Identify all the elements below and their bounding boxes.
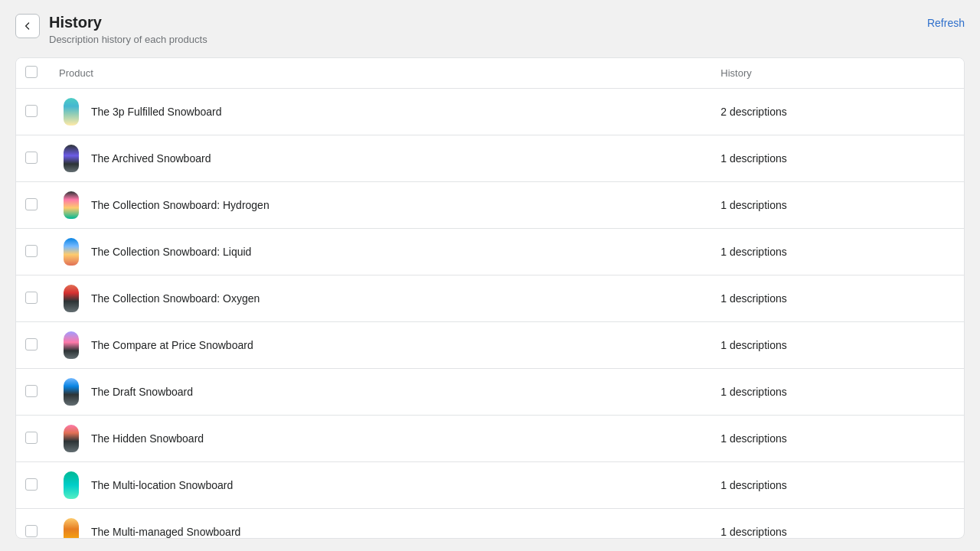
product-name: The Multi-location Snowboard [91,479,233,491]
board-thumbnail [64,518,79,539]
table-row: The 3p Fulfilled Snowboard 2 description… [16,89,964,135]
history-count: 1 descriptions [720,199,786,211]
product-image [59,517,83,539]
row-checkbox[interactable] [25,292,38,304]
history-count: 1 descriptions [720,246,786,258]
board-thumbnail [64,98,79,126]
product-column-header: Product [47,58,708,89]
row-checkbox[interactable] [25,152,38,164]
product-cell: The Collection Snowboard: Oxygen [47,276,708,322]
history-cell: 1 descriptions [708,416,964,462]
product-name: The 3p Fulfilled Snowboard [91,106,221,118]
product-name: The Hidden Snowboard [91,432,204,445]
product-name: The Collection Snowboard: Liquid [91,246,251,258]
product-cell: The 3p Fulfilled Snowboard [47,89,708,135]
row-checkbox[interactable] [25,385,38,397]
product-image [59,470,83,500]
row-checkbox-cell [16,135,47,182]
product-image [59,190,83,220]
table-row: The Archived Snowboard 1 descriptions [16,135,964,182]
history-count: 2 descriptions [720,106,786,118]
product-image [59,96,83,127]
product-cell: The Archived Snowboard [47,135,708,182]
history-count: 1 descriptions [720,432,786,445]
table-container: Product History The 3p Fulfilled Snowboa… [15,57,965,539]
product-image [59,423,83,454]
history-cell: 1 descriptions [708,369,964,416]
product-cell: The Hidden Snowboard [47,416,708,462]
product-name: The Multi-managed Snowboard [91,526,240,538]
product-image [59,283,83,314]
table-row: The Collection Snowboard: Oxygen 1 descr… [16,276,964,322]
table-row: The Compare at Price Snowboard 1 descrip… [16,322,964,369]
table-row: The Draft Snowboard 1 descriptions [16,369,964,416]
page-header: History Description history of each prod… [15,12,965,45]
product-image [59,330,83,360]
row-checkbox-cell [16,416,47,462]
board-thumbnail [64,191,79,219]
board-thumbnail [64,425,79,452]
select-all-checkbox[interactable] [25,66,38,78]
product-cell: The Draft Snowboard [47,369,708,416]
products-table: Product History The 3p Fulfilled Snowboa… [16,58,964,539]
history-count: 1 descriptions [720,292,786,305]
product-name: The Draft Snowboard [91,386,193,398]
product-name: The Compare at Price Snowboard [91,339,253,351]
board-thumbnail [64,238,79,266]
history-cell: 1 descriptions [708,182,964,229]
board-thumbnail [64,145,79,172]
row-checkbox[interactable] [25,338,38,350]
row-checkbox-cell [16,369,47,416]
row-checkbox-cell [16,276,47,322]
product-cell: The Multi-location Snowboard [47,462,708,509]
product-image [59,143,83,174]
title-group: History Description history of each prod… [49,12,207,45]
history-cell: 1 descriptions [708,229,964,276]
product-name: The Archived Snowboard [91,152,211,165]
history-count: 1 descriptions [720,152,786,165]
row-checkbox-cell [16,89,47,135]
table-row: The Multi-location Snowboard 1 descripti… [16,462,964,509]
refresh-button[interactable]: Refresh [927,12,965,34]
board-thumbnail [64,285,79,312]
row-checkbox[interactable] [25,432,38,444]
history-count: 1 descriptions [720,479,786,491]
history-cell: 1 descriptions [708,135,964,182]
row-checkbox[interactable] [25,245,38,257]
table-body: The 3p Fulfilled Snowboard 2 description… [16,89,964,540]
product-cell: The Collection Snowboard: Liquid [47,229,708,276]
history-cell: 1 descriptions [708,509,964,540]
back-button[interactable] [15,14,40,38]
table-row: The Hidden Snowboard 1 descriptions [16,416,964,462]
product-cell: The Compare at Price Snowboard [47,322,708,369]
row-checkbox-cell [16,509,47,540]
row-checkbox[interactable] [25,478,38,491]
table-row: The Multi-managed Snowboard 1 descriptio… [16,509,964,540]
row-checkbox-cell [16,462,47,509]
history-count: 1 descriptions [720,339,786,351]
page-title: History [49,12,207,32]
product-name: The Collection Snowboard: Hydrogen [91,199,270,211]
row-checkbox[interactable] [25,525,38,537]
history-column-header: History [708,58,964,89]
product-image [59,377,83,407]
product-name: The Collection Snowboard: Oxygen [91,292,260,305]
history-cell: 2 descriptions [708,89,964,135]
product-cell: The Multi-managed Snowboard [47,509,708,540]
history-cell: 1 descriptions [708,322,964,369]
row-checkbox[interactable] [25,105,38,117]
product-image [59,236,83,267]
board-thumbnail [64,331,79,359]
history-cell: 1 descriptions [708,276,964,322]
board-thumbnail [64,471,79,499]
row-checkbox[interactable] [25,198,38,210]
page-subtitle: Description history of each products [49,34,207,45]
table-header: Product History [16,58,964,89]
header-left: History Description history of each prod… [15,12,207,45]
row-checkbox-cell [16,182,47,229]
table-row: The Collection Snowboard: Hydrogen 1 des… [16,182,964,229]
history-count: 1 descriptions [720,526,786,538]
product-cell: The Collection Snowboard: Hydrogen [47,182,708,229]
board-thumbnail [64,378,79,406]
select-all-header [16,58,47,89]
